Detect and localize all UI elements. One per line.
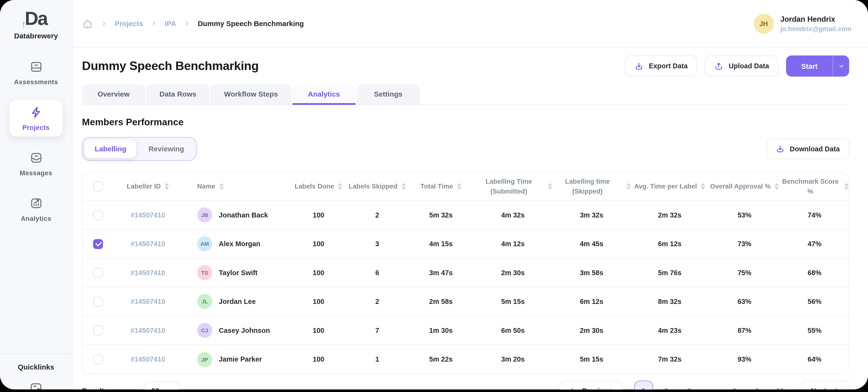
table-row: #14507410 JL Jordan Lee 100 2 2m 58s 5m … bbox=[83, 287, 848, 316]
previous-page-button[interactable]: Previous bbox=[559, 381, 622, 389]
tab-workflow-steps[interactable]: Workflow Steps bbox=[211, 84, 291, 104]
overall-approval-cell: 53% bbox=[708, 211, 780, 219]
download-data-button[interactable]: Download Data bbox=[766, 139, 849, 159]
total-time-cell: 4m 15s bbox=[408, 240, 474, 248]
labeller-id-link[interactable]: #14507410 bbox=[114, 356, 182, 363]
labelling-time-submitted-cell: 4m 32s bbox=[474, 211, 552, 219]
row-checkbox[interactable] bbox=[93, 210, 103, 220]
labeller-id-link[interactable]: #14507410 bbox=[114, 269, 182, 276]
row-checkbox[interactable] bbox=[93, 354, 103, 364]
arrow-right-icon bbox=[831, 387, 840, 390]
member-avatar: JP bbox=[197, 352, 212, 367]
tab-overview[interactable]: Overview bbox=[82, 84, 145, 104]
labels-done-cell: 100 bbox=[291, 356, 346, 363]
avg-time-per-label-cell: 2m 32s bbox=[631, 211, 709, 219]
quicklink-wallet[interactable] bbox=[29, 381, 43, 389]
column-total-time: Total Time bbox=[408, 181, 474, 191]
user-menu[interactable]: JH Jordan Hendrix jo.hendrix@gmail.com bbox=[754, 13, 851, 33]
member-avatar: JL bbox=[197, 294, 212, 309]
avg-time-per-label-cell: 5m 76s bbox=[631, 269, 709, 276]
logo-text: Da bbox=[25, 8, 47, 29]
breadcrumb-ipa[interactable]: IPA bbox=[165, 19, 176, 28]
total-time-cell: 5m 32s bbox=[408, 211, 474, 219]
column-benchmark-score: Benchmark Score % bbox=[780, 176, 849, 196]
row-checkbox[interactable] bbox=[93, 239, 103, 249]
sort-icon[interactable] bbox=[626, 183, 631, 190]
start-dropdown-button[interactable] bbox=[833, 56, 849, 77]
row-checkbox[interactable] bbox=[93, 297, 103, 306]
labelling-time-submitted-cell: 2m 30s bbox=[474, 269, 552, 276]
labelling-time-skipped-cell: 5m 15s bbox=[552, 356, 631, 363]
toggle-reviewing[interactable]: Reviewing bbox=[138, 140, 194, 158]
labeller-id-link[interactable]: #14507410 bbox=[114, 326, 182, 334]
overall-approval-cell: 75% bbox=[708, 269, 780, 276]
labeller-id-link[interactable]: #14507410 bbox=[114, 240, 182, 248]
breadcrumb: Projects IPA Dummy Speech Benchmarking bbox=[82, 18, 304, 29]
column-avg-time-per-label: Avg. Time per Label bbox=[631, 181, 709, 191]
page-button[interactable]: 3 bbox=[680, 381, 698, 389]
sort-icon[interactable] bbox=[457, 183, 461, 190]
main-content: Dummy Speech Benchmarking Export Data Up… bbox=[72, 48, 868, 390]
labeller-id-link[interactable]: #14507410 bbox=[114, 211, 182, 219]
sort-icon[interactable] bbox=[219, 183, 223, 190]
sort-icon[interactable] bbox=[401, 183, 406, 190]
home-icon[interactable] bbox=[82, 18, 93, 29]
top-header: Projects IPA Dummy Speech Benchmarking J… bbox=[72, 0, 868, 48]
user-avatar: JH bbox=[754, 13, 774, 33]
labelling-time-submitted-cell: 3m 20s bbox=[474, 356, 552, 363]
row-checkbox[interactable] bbox=[93, 326, 103, 335]
sort-icon[interactable] bbox=[165, 183, 169, 190]
table-row: #14507410 AM Alex Morgan 100 3 4m 15s 4m… bbox=[83, 229, 848, 258]
avg-time-per-label-cell: 8m 32s bbox=[631, 298, 709, 305]
previous-label: Previous bbox=[582, 387, 613, 390]
labels-skipped-cell: 2 bbox=[346, 211, 408, 219]
sort-icon[interactable] bbox=[701, 183, 705, 190]
sidebar-item-projects[interactable]: Projects bbox=[9, 100, 63, 137]
start-button[interactable]: Start bbox=[786, 56, 833, 77]
next-page-button[interactable]: Next bbox=[802, 381, 849, 389]
tab-data-rows[interactable]: Data Rows bbox=[146, 84, 210, 104]
sidebar-item-assessments[interactable]: Assessments bbox=[9, 54, 63, 91]
table-footer: Result per page 50 Previous 123...8910 N… bbox=[82, 374, 849, 389]
labelling-time-skipped-cell: 3m 32s bbox=[552, 211, 631, 219]
sort-icon[interactable] bbox=[338, 183, 342, 190]
page-numbers: 123...8910 bbox=[634, 381, 789, 389]
labeller-id-link[interactable]: #14507410 bbox=[114, 298, 182, 305]
page-button[interactable]: 10 bbox=[770, 381, 789, 389]
sort-icon[interactable] bbox=[548, 183, 552, 190]
sidebar-nav: Assessments Projects Messages Analytics bbox=[0, 54, 72, 227]
benchmark-score-cell: 74% bbox=[780, 211, 849, 219]
sort-icon[interactable] bbox=[844, 183, 848, 190]
row-checkbox[interactable] bbox=[93, 268, 103, 278]
page-button[interactable]: 2 bbox=[657, 381, 676, 389]
labels-skipped-cell: 1 bbox=[346, 356, 408, 363]
toggle-labelling[interactable]: Labelling bbox=[85, 140, 136, 158]
page-button[interactable]: 1 bbox=[634, 381, 653, 389]
upload-data-button[interactable]: Upload Data bbox=[705, 56, 779, 77]
tab-bar: Overview Data Rows Workflow Steps Analyt… bbox=[82, 84, 849, 105]
export-data-button[interactable]: Export Data bbox=[625, 56, 697, 77]
sidebar-item-messages[interactable]: Messages bbox=[9, 145, 63, 182]
projects-icon bbox=[29, 106, 43, 119]
tab-settings[interactable]: Settings bbox=[356, 84, 420, 104]
breadcrumb-projects[interactable]: Projects bbox=[115, 19, 143, 28]
page-size-select[interactable]: 50 bbox=[144, 382, 179, 389]
quicklinks-heading: Quicklinks bbox=[18, 363, 54, 371]
sort-icon[interactable] bbox=[774, 183, 779, 190]
select-all-checkbox[interactable] bbox=[93, 181, 103, 191]
labels-done-cell: 100 bbox=[291, 326, 346, 334]
chevron-right-icon bbox=[184, 21, 190, 27]
page-ellipsis: ... bbox=[703, 381, 721, 389]
labelling-time-submitted-cell: 5m 15s bbox=[474, 298, 552, 305]
member-avatar: TS bbox=[197, 265, 212, 280]
start-split-button: Start bbox=[786, 56, 849, 77]
tab-analytics[interactable]: Analytics bbox=[292, 84, 355, 104]
labelling-time-skipped-cell: 3m 58s bbox=[552, 269, 631, 276]
page-button[interactable]: 8 bbox=[725, 381, 744, 389]
labels-done-cell: 100 bbox=[291, 269, 346, 276]
sidebar-quicklinks: Quicklinks bbox=[0, 354, 72, 389]
assessments-icon bbox=[29, 60, 43, 74]
sidebar-item-analytics[interactable]: Analytics bbox=[9, 191, 63, 228]
download-data-label: Download Data bbox=[790, 145, 840, 153]
page-button[interactable]: 9 bbox=[748, 381, 767, 389]
